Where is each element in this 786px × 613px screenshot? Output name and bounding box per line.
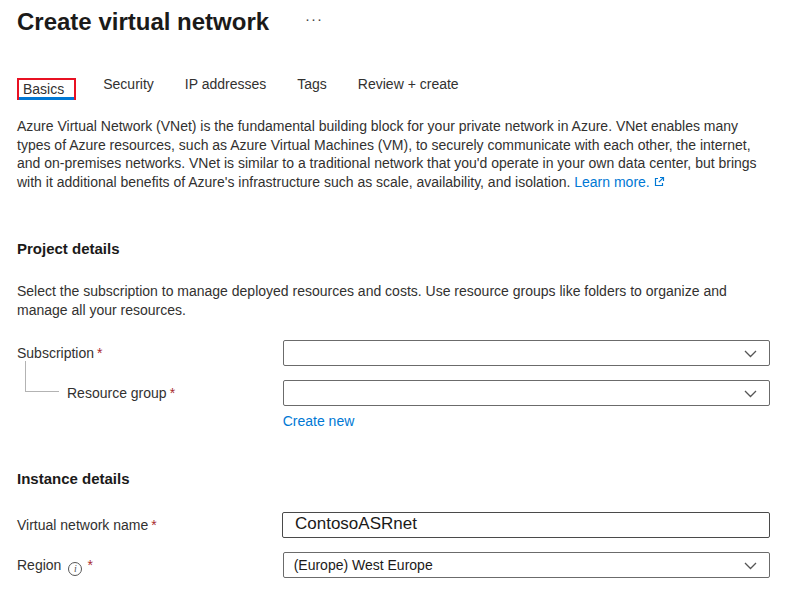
tab-ip-addresses[interactable]: IP addresses [183,69,268,100]
resource-group-label-text: Resource group [67,385,167,401]
region-dropdown[interactable]: (Europe) West Europe [283,552,770,578]
learn-more-label: Learn more. [574,174,649,190]
vnet-name-label: Virtual network name* [17,512,282,533]
resource-group-field-row: Resource group* Create new [17,380,770,430]
tab-basics[interactable]: Basics [19,76,74,100]
region-label-text: Region [17,557,61,573]
vnet-name-input[interactable] [282,512,770,538]
learn-more-link[interactable]: Learn more. [574,174,664,190]
project-details-form: Subscription* Resource group* Create new [17,340,770,430]
subscription-label-text: Subscription [17,345,94,361]
external-link-icon [653,174,665,193]
region-field-row: Regioni* (Europe) West Europe [17,552,770,578]
subscription-label: Subscription* [17,340,283,361]
chevron-down-icon [744,557,757,573]
instance-details-form: Virtual network name* Regioni* (Europe) … [17,512,770,578]
required-marker: * [151,517,156,533]
region-label: Regioni* [17,552,283,576]
required-marker: * [87,557,92,573]
vnet-name-label-text: Virtual network name [17,517,148,533]
resource-group-indent-connector [25,361,59,392]
subscription-field-row: Subscription* [17,340,770,366]
title-row: Create virtual network ··· [17,8,770,36]
resource-group-dropdown[interactable] [283,380,770,406]
tab-security[interactable]: Security [101,69,156,100]
chevron-down-icon [744,385,757,401]
project-details-description: Select the subscription to manage deploy… [17,282,770,319]
required-marker: * [170,385,175,401]
vnet-description: Azure Virtual Network (VNet) is the fund… [17,117,770,192]
tab-bar: Basics Security IP addresses Tags Review… [17,69,770,100]
tab-tags[interactable]: Tags [295,69,329,100]
chevron-down-icon [744,345,757,361]
create-virtual-network-blade: Create virtual network ··· Basics Securi… [0,0,786,578]
subscription-dropdown[interactable] [283,340,770,366]
tab-review-create[interactable]: Review + create [356,69,461,100]
basics-tab-annotation-box: Basics [17,78,76,100]
required-marker: * [97,345,102,361]
page-title: Create virtual network [17,8,269,36]
create-new-link[interactable]: Create new [283,413,355,429]
vnet-name-field-row: Virtual network name* [17,512,770,538]
info-icon[interactable]: i [68,562,82,576]
project-details-heading: Project details [17,240,770,257]
instance-details-heading: Instance details [17,470,770,487]
region-value: (Europe) West Europe [294,557,433,573]
more-options-button[interactable]: ··· [301,9,327,28]
